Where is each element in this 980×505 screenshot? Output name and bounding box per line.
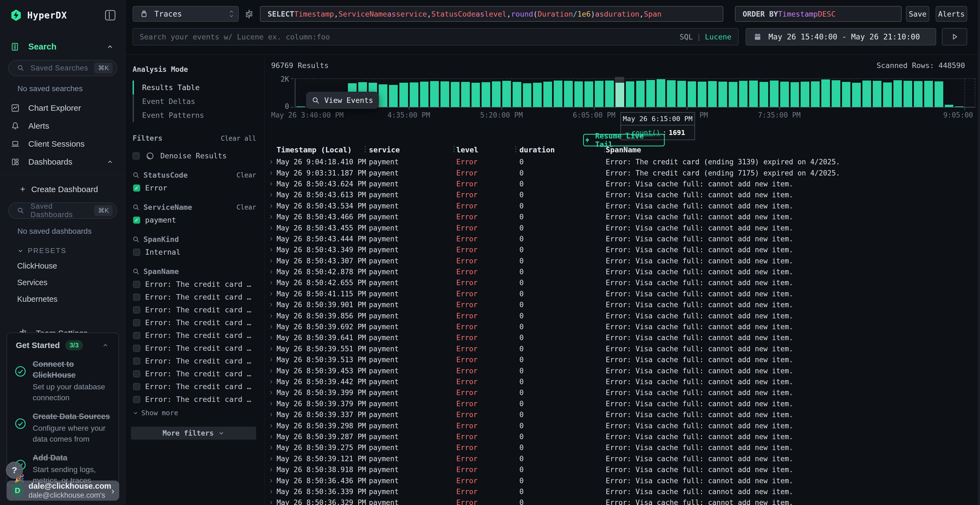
facet-option[interactable]: Error: The credit card … bbox=[132, 280, 256, 288]
facet-option[interactable]: Error: The credit card … bbox=[132, 357, 256, 365]
histogram-bar[interactable] bbox=[564, 81, 573, 107]
presets-toggle[interactable]: PRESETS bbox=[0, 237, 125, 255]
row-expand-chevron-icon[interactable] bbox=[269, 434, 274, 440]
row-expand-chevron-icon[interactable] bbox=[269, 500, 274, 505]
facet-checkbox[interactable] bbox=[133, 332, 140, 339]
get-started-item[interactable]: Create Data SourcesConfigure where your … bbox=[7, 405, 118, 447]
histogram-bar[interactable] bbox=[461, 82, 470, 107]
histogram-bar[interactable] bbox=[924, 81, 933, 107]
table-row[interactable]: May 26 8:50:43.613 PMpaymentError0Error:… bbox=[265, 189, 980, 200]
table-row[interactable]: May 26 8:50:39.379 PMpaymentError0Error:… bbox=[265, 399, 980, 409]
table-row[interactable]: May 26 8:50:39.275 PMpaymentError0Error:… bbox=[265, 442, 980, 453]
histogram-bar[interactable] bbox=[759, 82, 768, 107]
histogram-bar[interactable] bbox=[471, 83, 480, 107]
filter-clear-button[interactable]: Clear bbox=[237, 172, 256, 179]
table-row[interactable]: May 26 8:50:41.115 PMpaymentError0Error:… bbox=[265, 288, 980, 299]
table-row[interactable]: May 26 8:50:39.692 PMpaymentError0Error:… bbox=[265, 321, 980, 332]
facet-checkbox[interactable]: ✓ bbox=[133, 184, 140, 192]
resume-live-tail-button[interactable]: Resume Live Tail bbox=[583, 134, 665, 146]
table-row[interactable]: May 26 8:50:39.513 PMpaymentError0Error:… bbox=[265, 354, 980, 365]
facet-checkbox[interactable] bbox=[133, 294, 140, 301]
row-expand-chevron-icon[interactable] bbox=[269, 390, 274, 395]
show-more-button[interactable]: Show more bbox=[132, 409, 256, 417]
table-row[interactable]: May 26 8:50:39.287 PMpaymentError0Error:… bbox=[265, 431, 980, 442]
histogram-bar[interactable] bbox=[729, 82, 737, 107]
facet-checkbox[interactable] bbox=[133, 281, 140, 288]
row-expand-chevron-icon[interactable] bbox=[269, 302, 274, 308]
facet-checkbox[interactable] bbox=[133, 319, 140, 326]
histogram-bar[interactable] bbox=[914, 81, 923, 107]
table-row[interactable]: May 26 8:50:42.655 PMpaymentError0Error:… bbox=[265, 277, 980, 288]
table-row[interactable]: May 26 8:50:39.901 PMpaymentError0Error:… bbox=[265, 299, 980, 310]
row-expand-chevron-icon[interactable] bbox=[269, 291, 274, 297]
histogram-bar[interactable] bbox=[574, 81, 583, 107]
table-row[interactable]: May 26 8:50:43.444 PMpaymentError0Error:… bbox=[265, 233, 980, 245]
table-row[interactable]: May 26 8:50:39.399 PMpaymentError0Error:… bbox=[265, 387, 980, 398]
histogram-bar[interactable] bbox=[533, 83, 542, 107]
histogram-bar[interactable] bbox=[667, 80, 676, 107]
histogram-bar[interactable] bbox=[616, 83, 624, 107]
histogram-bar[interactable] bbox=[636, 81, 645, 107]
row-expand-chevron-icon[interactable] bbox=[269, 159, 274, 165]
view-events-button[interactable]: View Events bbox=[306, 92, 379, 109]
help-button[interactable]: ? bbox=[6, 462, 23, 479]
preset-kubernetes[interactable]: Kubernetes bbox=[0, 291, 125, 308]
denoise-checkbox[interactable] bbox=[132, 152, 140, 159]
histogram-bar[interactable] bbox=[842, 82, 851, 107]
sidebar-item-alerts[interactable]: Alerts bbox=[0, 117, 125, 135]
histogram-bar[interactable] bbox=[749, 81, 758, 107]
histogram-bar[interactable] bbox=[389, 85, 398, 107]
histogram-bar[interactable] bbox=[873, 81, 881, 107]
row-expand-chevron-icon[interactable] bbox=[269, 401, 274, 407]
table-row[interactable]: May 26 8:50:43.455 PMpaymentError0Error:… bbox=[265, 222, 980, 233]
facet-option[interactable]: Internal bbox=[132, 248, 256, 256]
facet-checkbox[interactable] bbox=[133, 357, 140, 365]
table-row[interactable]: May 26 9:03:31.187 PMpaymentError0Error:… bbox=[265, 167, 980, 178]
histogram-bar[interactable] bbox=[791, 82, 799, 107]
facet-option[interactable]: Error: The credit card … bbox=[132, 306, 256, 314]
saved-dashboards-input[interactable]: Saved Dashboards ⌘K bbox=[8, 202, 117, 219]
saved-searches-input[interactable]: Saved Searches ⌘K bbox=[8, 60, 117, 76]
histogram-bar[interactable] bbox=[584, 81, 593, 107]
histogram-bar[interactable] bbox=[646, 80, 655, 107]
analysis-mode-results-table[interactable]: Results Table bbox=[132, 81, 256, 94]
histogram-bar[interactable] bbox=[821, 79, 830, 107]
histogram-bar[interactable] bbox=[626, 81, 635, 107]
column-header-duration[interactable]: duration bbox=[519, 146, 555, 154]
histogram-bar[interactable] bbox=[904, 81, 912, 107]
column-header-level[interactable]: level bbox=[456, 146, 478, 154]
row-expand-chevron-icon[interactable] bbox=[269, 247, 274, 252]
event-search-input[interactable]: Search your events w/ Lucene ex. column:… bbox=[132, 28, 738, 45]
facet-checkbox[interactable] bbox=[133, 306, 140, 313]
row-expand-chevron-icon[interactable] bbox=[269, 423, 274, 429]
chevron-up-icon[interactable] bbox=[105, 43, 115, 50]
table-row[interactable]: May 26 8:50:39.121 PMpaymentError0Error:… bbox=[265, 453, 980, 464]
scrollbar[interactable] bbox=[978, 0, 980, 505]
lang-toggle-sql[interactable]: SQL bbox=[679, 33, 693, 41]
row-expand-chevron-icon[interactable] bbox=[269, 368, 274, 373]
sidebar-collapse-icon[interactable] bbox=[105, 10, 115, 21]
histogram-bar[interactable] bbox=[523, 83, 531, 107]
histogram-bar[interactable] bbox=[451, 82, 460, 107]
histogram-bar[interactable] bbox=[512, 82, 521, 107]
histogram-bar[interactable] bbox=[780, 82, 789, 107]
facet-option[interactable]: ✓payment bbox=[132, 216, 256, 224]
histogram-bar[interactable] bbox=[410, 83, 418, 107]
histogram-bar[interactable] bbox=[770, 81, 778, 107]
column-resize-handle[interactable]: ⋮ bbox=[361, 145, 369, 154]
table-row[interactable]: May 26 8:50:39.453 PMpaymentError0Error:… bbox=[265, 365, 980, 376]
analysis-mode-event-patterns[interactable]: Event Patterns bbox=[132, 108, 256, 122]
row-expand-chevron-icon[interactable] bbox=[269, 489, 274, 494]
sidebar-item-dashboards[interactable]: Dashboards bbox=[0, 153, 125, 171]
chevron-up-icon[interactable] bbox=[100, 342, 111, 349]
histogram-bar[interactable] bbox=[420, 82, 429, 107]
histogram-bar[interactable] bbox=[708, 81, 717, 107]
row-expand-chevron-icon[interactable] bbox=[269, 269, 274, 275]
column-resize-handle[interactable]: ⋮ bbox=[450, 145, 458, 154]
histogram-bar[interactable] bbox=[862, 81, 871, 107]
histogram-bar[interactable] bbox=[718, 82, 727, 107]
histogram-bar[interactable] bbox=[945, 105, 954, 107]
sidebar-item-search[interactable]: Search bbox=[0, 38, 125, 56]
column-header-service[interactable]: service bbox=[369, 146, 400, 154]
table-row[interactable]: May 26 8:50:39.442 PMpaymentError0Error:… bbox=[265, 376, 980, 387]
